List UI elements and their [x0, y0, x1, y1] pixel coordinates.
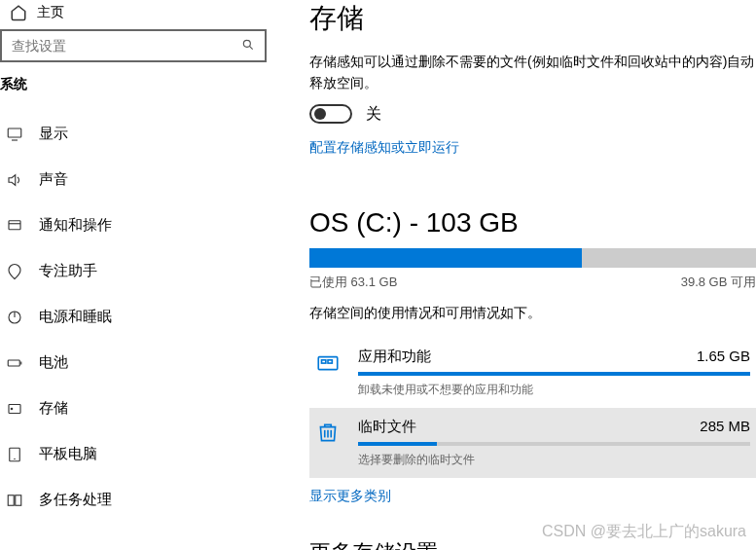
show-more-link[interactable]: 显示更多类别	[309, 488, 391, 505]
sidebar-item-display[interactable]: 显示	[0, 111, 270, 157]
sidebar-item-multitask[interactable]: 多任务处理	[0, 477, 270, 523]
usage-desc: 存储空间的使用情况和可用情况如下。	[309, 305, 756, 322]
svg-marker-4	[9, 174, 16, 185]
sidebar-item-label: 多任务处理	[39, 491, 112, 509]
drive-heading: OS (C:) - 103 GB	[309, 207, 756, 238]
power-icon	[6, 309, 23, 326]
sidebar-item-label: 声音	[39, 170, 68, 189]
sidebar-item-power[interactable]: 电源和睡眠	[0, 294, 270, 340]
tablet-icon	[6, 446, 23, 463]
svg-rect-9	[8, 360, 19, 366]
svg-rect-16	[16, 495, 21, 505]
svg-point-12	[11, 408, 13, 410]
storage-sense-toggle[interactable]	[309, 104, 352, 124]
drive-usage-fill	[309, 248, 582, 268]
svg-rect-5	[9, 220, 20, 229]
search-input[interactable]	[12, 38, 241, 54]
notifications-icon	[6, 217, 23, 235]
sidebar-item-focus[interactable]: 专注助手	[0, 248, 270, 294]
drive-usage-bar	[309, 248, 756, 268]
storage-icon	[6, 400, 23, 418]
configure-link[interactable]: 配置存储感知或立即运行	[309, 139, 459, 157]
page-title: 存储	[309, 0, 756, 37]
category-size: 285 MB	[700, 418, 750, 436]
category-name: 应用和功能	[358, 348, 431, 366]
svg-rect-18	[322, 360, 326, 363]
sound-icon	[6, 171, 23, 189]
free-label: 39.8 GB 可用	[681, 274, 756, 291]
watermark: CSDN @要去北上广的sakura	[542, 522, 746, 542]
svg-rect-19	[328, 360, 332, 363]
sidebar-item-label: 电源和睡眠	[39, 308, 112, 326]
sidebar-item-storage[interactable]: 存储	[0, 385, 270, 431]
search-box[interactable]	[0, 29, 267, 62]
apps-icon	[315, 349, 341, 375]
focus-icon	[6, 263, 23, 280]
svg-line-1	[249, 46, 252, 49]
storage-sense-desc: 存储感知可以通过删除不需要的文件(例如临时文件和回收站中的内容)自动释放空间。	[309, 51, 756, 94]
sidebar-item-tablet[interactable]: 平板电脑	[0, 431, 270, 477]
home-icon	[10, 4, 27, 21]
sidebar-item-label: 专注助手	[39, 262, 97, 280]
sidebar-item-sound[interactable]: 声音	[0, 157, 270, 202]
category-bar	[358, 442, 750, 446]
svg-rect-15	[8, 495, 14, 505]
battery-icon	[6, 354, 23, 372]
used-label: 已使用 63.1 GB	[309, 274, 397, 291]
sidebar-item-label: 显示	[39, 125, 68, 143]
category-apps[interactable]: 应用和功能 1.65 GB 卸载未使用或不想要的应用和功能	[309, 338, 756, 408]
display-icon	[6, 126, 23, 143]
section-label: 系统	[0, 76, 270, 111]
sidebar-item-battery[interactable]: 电池	[0, 340, 270, 385]
category-temp[interactable]: 临时文件 285 MB 选择要删除的临时文件	[309, 408, 756, 478]
main-content: 存储 存储感知可以通过删除不需要的文件(例如临时文件和回收站中的内容)自动释放空…	[270, 0, 756, 550]
toggle-state-label: 关	[366, 104, 381, 125]
category-size: 1.65 GB	[697, 348, 750, 366]
category-name: 临时文件	[358, 418, 416, 436]
sidebar-item-label: 电池	[39, 353, 68, 372]
multitask-icon	[6, 492, 23, 509]
trash-icon	[315, 420, 341, 445]
search-icon	[241, 38, 255, 55]
sidebar-item-label: 通知和操作	[39, 216, 112, 235]
home-label: 主页	[37, 4, 64, 21]
svg-rect-2	[8, 128, 21, 137]
svg-point-0	[243, 40, 250, 47]
category-sub: 选择要删除的临时文件	[358, 452, 750, 468]
sidebar-item-label: 平板电脑	[39, 445, 97, 463]
sidebar-item-label: 存储	[39, 399, 68, 418]
sidebar-item-notifications[interactable]: 通知和操作	[0, 202, 270, 248]
home-link[interactable]: 主页	[0, 0, 270, 29]
category-bar	[358, 372, 750, 376]
category-sub: 卸载未使用或不想要的应用和功能	[358, 382, 750, 398]
